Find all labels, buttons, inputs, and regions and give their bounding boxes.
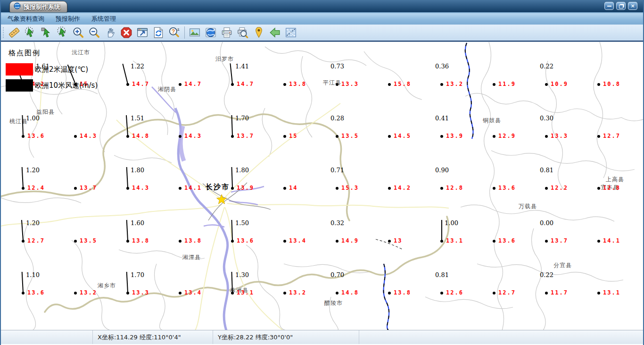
temperature-value: 14.1: [184, 185, 202, 191]
print-button[interactable]: [219, 25, 235, 40]
temperature-value: 13.3: [132, 289, 149, 296]
zoom-in-button[interactable]: [70, 25, 86, 40]
close-button[interactable]: ×: [628, 2, 637, 10]
temperature-value: 13.8: [289, 81, 306, 87]
wind-speed-value: 1.80: [235, 167, 249, 174]
select-elements-button[interactable]: [38, 25, 54, 40]
stop-icon: [120, 26, 132, 39]
grid-point-dot: [126, 187, 129, 190]
restore-button[interactable]: [616, 2, 626, 10]
temperature-value: 13.9: [237, 185, 254, 191]
zoom-in-icon: [72, 26, 84, 39]
temperature-value: 12.7: [27, 237, 45, 244]
temperature-value: 14.7: [184, 81, 202, 87]
temperature-value: 13.8: [184, 237, 202, 244]
identify-button[interactable]: ±?: [166, 25, 182, 40]
grid-point-dot: [440, 187, 443, 190]
grid-point-dot: [126, 292, 129, 295]
grid-point-dot: [283, 135, 286, 138]
grid-point-dot: [179, 292, 182, 295]
temperature-value: 14.2: [394, 185, 411, 191]
temperature-value: 14.3: [132, 185, 149, 191]
grid-point-dot: [597, 135, 600, 138]
select-features-icon: [24, 26, 36, 39]
menu-item-2[interactable]: 系统管理: [91, 15, 116, 23]
minimize-button[interactable]: [604, 2, 614, 10]
select-graphics-icon: [56, 26, 68, 39]
map-canvas[interactable]: 沅江市汨罗市湘阴县平江县益阳县桃江县铜鼓县宜丰县长沙市上高县万载县湘潭县分宜县湘…: [1, 42, 643, 330]
grid-point-dot: [283, 292, 286, 295]
grid-point-dot: [22, 240, 25, 243]
wind-speed-value: 0.28: [330, 115, 344, 122]
grid-point-dot: [493, 187, 495, 190]
temperature-value: 12.6: [446, 289, 463, 296]
grid-point-dot: [545, 292, 548, 295]
grid-point-dot: [545, 135, 548, 138]
select-graphics-button[interactable]: [54, 25, 70, 40]
grid-legend: 格点图例 欧洲2米温度(℃)欧洲10米风速(m/s): [6, 49, 98, 95]
grid-point-dot: [388, 187, 391, 190]
temperature-value: 12.7: [603, 133, 620, 139]
toolbar-grip[interactable]: [2, 26, 5, 39]
status-y-coordinate: Y坐标:28.22 纬度:30°0'0": [213, 330, 359, 344]
wind-speed-value: 0.71: [330, 167, 344, 174]
legend-label-0: 欧洲2米温度(℃): [35, 65, 88, 74]
full-extent-button[interactable]: [134, 25, 150, 40]
globe-button[interactable]: [203, 25, 219, 40]
temperature-value: 14.5: [394, 133, 411, 139]
place-label: 万载县: [519, 202, 537, 210]
app-tab[interactable]: 预报制作系统: [9, 1, 67, 12]
temperature-value: 14.1: [603, 237, 620, 244]
grid-select-button[interactable]: [283, 25, 299, 40]
grid-point-dot: [440, 135, 443, 138]
app-window: 预报制作系统 × 气象资料查询预报制作系统管理 ±?: [0, 0, 644, 345]
svg-text:?: ?: [172, 28, 175, 35]
temperature-value: 13.4: [184, 289, 202, 296]
grid-point-dot: [231, 83, 234, 86]
wind-speed-value: 0.00: [540, 219, 553, 227]
refresh-button[interactable]: [150, 25, 166, 40]
legend-title: 格点图例: [8, 49, 98, 58]
place-label: 分宜县: [553, 261, 572, 269]
temperature-value: 13.6: [498, 237, 516, 244]
menu-item-1[interactable]: 预报制作: [56, 15, 80, 23]
restore-icon: [619, 5, 623, 8]
grid-point-dot: [336, 83, 339, 86]
place-label: 醴陵市: [324, 299, 343, 307]
print-preview-button[interactable]: [235, 25, 251, 40]
wind-speed-value: 1.00: [445, 219, 458, 227]
svg-text:±: ±: [177, 26, 180, 32]
wind-speed-value: 0.22: [540, 271, 553, 278]
menu-item-0[interactable]: 气象资料查询: [8, 15, 44, 23]
stop-button[interactable]: [118, 25, 134, 40]
grid-point-dot: [74, 187, 77, 190]
measure-ruler-button[interactable]: [6, 25, 22, 40]
wind-speed-value: 1.70: [235, 115, 249, 122]
grid-point-dot: [388, 292, 391, 295]
temperature-value: 13.2: [80, 289, 97, 296]
grid-point-dot: [126, 240, 129, 243]
grid-point-dot: [179, 187, 182, 190]
map-pin-button[interactable]: [251, 25, 267, 40]
select-features-button[interactable]: [22, 25, 38, 40]
grid-point-dot: [493, 240, 495, 243]
wind-speed-value: 1.30: [235, 271, 249, 278]
wind-speed-value: 0.22: [540, 63, 553, 70]
refresh-icon: [152, 26, 165, 39]
export-image-icon: [189, 26, 201, 39]
wind-speed-value: 1.80: [131, 167, 144, 174]
select-elements-icon: [40, 26, 52, 39]
grid-point-dot: [493, 292, 495, 295]
place-label: 上高县: [606, 176, 624, 184]
menubar: 气象资料查询预报制作系统管理: [1, 13, 643, 25]
temperature-value: 13.2: [446, 81, 463, 87]
zoom-out-button[interactable]: [86, 25, 102, 40]
place-label: 湘阴县: [158, 85, 176, 93]
grid-point-dot: [388, 240, 391, 243]
export-image-button[interactable]: [187, 25, 203, 40]
temperature-value: 12.4: [27, 185, 45, 191]
grid-point-dot: [493, 83, 495, 86]
temperature-value: 13.1: [603, 289, 620, 296]
pan-hand-button[interactable]: [102, 25, 118, 40]
go-back-button[interactable]: [267, 25, 283, 40]
